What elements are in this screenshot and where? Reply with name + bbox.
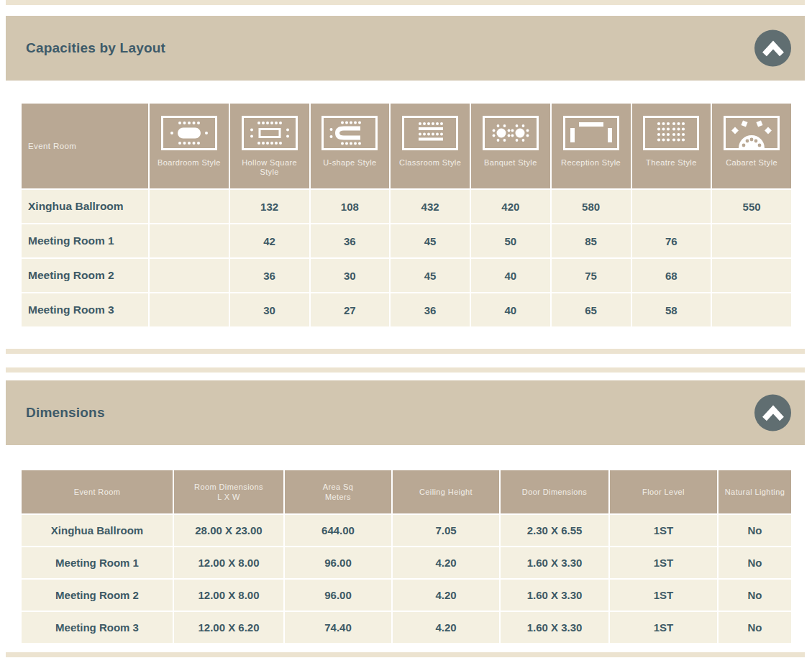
column-header-reception: Reception Style (552, 104, 631, 188)
ceiling-height-cell: 7.05 (393, 515, 499, 546)
room-name-cell: Meeting Room 1 (22, 224, 148, 257)
capacity-cell: 58 (632, 293, 711, 326)
capacity-cell (632, 190, 711, 223)
capacity-cell: 85 (552, 224, 631, 257)
capacity-cell: 45 (391, 224, 470, 257)
column-header-label: Cabaret Style (726, 158, 777, 168)
area-cell: 96.00 (285, 547, 391, 578)
capacity-cell: 550 (712, 190, 791, 223)
capacity-cell: 75 (552, 259, 631, 292)
door-dimensions-cell: 1.60 X 3.30 (501, 612, 608, 643)
column-header-ceiling-height: Ceiling Height (393, 470, 499, 513)
table-row: Xinghua Ballroom 28.00 X 23.00 644.00 7.… (22, 515, 791, 546)
column-header-event-room: Event Room (22, 470, 173, 513)
capacity-cell: 36 (230, 259, 309, 292)
capacities-section: Capacities by Layout Event Room (0, 16, 812, 326)
ceiling-height-cell: 4.20 (393, 547, 499, 578)
capacity-cell: 42 (230, 224, 309, 257)
dimensions-title: Dimensions (26, 405, 105, 421)
capacity-cell (712, 224, 791, 257)
room-name-cell: Meeting Room 2 (22, 259, 148, 292)
table-row: Xinghua Ballroom 132 108 432 420 580 550 (22, 190, 791, 223)
capacity-cell: 68 (632, 259, 711, 292)
column-header-theatre: Theatre Style (632, 104, 711, 188)
column-header-event-room: Event Room (22, 104, 148, 188)
natural-lighting-cell: No (719, 547, 791, 578)
table-row: Meeting Room 2 12.00 X 8.00 96.00 4.20 1… (22, 580, 791, 611)
room-dimensions-cell: 12.00 X 8.00 (174, 547, 283, 578)
area-cell: 644.00 (285, 515, 391, 546)
column-header-u-shape: U-shape Style (311, 104, 390, 188)
capacities-table-header-row: Event Room Boardroom Style (22, 104, 791, 188)
capacity-cell: 432 (391, 190, 470, 223)
column-header-banquet: Banquet Style (471, 104, 550, 188)
column-header-label: Boardroom Style (158, 158, 221, 168)
section-divider (6, 367, 805, 373)
capacity-cell: 76 (632, 224, 711, 257)
column-header-label: Classroom Style (399, 158, 461, 168)
column-header-door-dimensions: Door Dimensions (501, 470, 608, 513)
column-header-boardroom: Boardroom Style (150, 104, 229, 188)
dimensions-scroll-top-button[interactable] (754, 395, 791, 431)
column-header-hollow-square: Hollow Square Style (230, 104, 309, 188)
capacity-cell (150, 190, 229, 223)
capacity-cell: 40 (471, 259, 550, 292)
capacity-cell: 30 (230, 293, 309, 326)
room-name-cell: Meeting Room 2 (22, 580, 173, 611)
natural-lighting-cell: No (719, 612, 791, 643)
capacity-cell (150, 224, 229, 257)
table-row: Meeting Room 3 12.00 X 6.20 74.40 4.20 1… (22, 612, 791, 643)
chevron-up-icon (761, 403, 785, 422)
column-header-natural-lighting: Natural Lighting (719, 470, 791, 513)
table-row: Meeting Room 2 36 30 45 40 75 68 (22, 259, 791, 292)
room-name-cell: Xinghua Ballroom (22, 515, 173, 546)
dimensions-table-header-row: Event Room Room Dimensions L X W Area Sq… (22, 470, 791, 513)
room-dimensions-cell: 12.00 X 6.20 (174, 612, 283, 643)
capacities-title: Capacities by Layout (26, 40, 165, 56)
room-name-cell: Meeting Room 3 (22, 612, 173, 643)
natural-lighting-cell: No (719, 580, 791, 611)
room-name-cell: Meeting Room 3 (22, 293, 148, 326)
capacity-cell: 65 (552, 293, 631, 326)
floor-level-cell: 1ST (610, 580, 717, 611)
capacity-cell (712, 293, 791, 326)
column-header-area-sq-meters: Area Sq Meters (285, 470, 391, 513)
table-row: Meeting Room 1 12.00 X 8.00 96.00 4.20 1… (22, 547, 791, 578)
area-cell: 96.00 (285, 580, 391, 611)
u-shape-style-icon (321, 116, 378, 150)
reception-style-icon (563, 116, 619, 150)
capacity-cell (150, 293, 229, 326)
capacity-cell: 420 (471, 190, 550, 223)
column-header-label: Banquet Style (484, 158, 537, 168)
door-dimensions-cell: 1.60 X 3.30 (501, 580, 608, 611)
classroom-style-icon (402, 116, 458, 150)
capacity-cell: 108 (311, 190, 390, 223)
capacity-cell: 40 (471, 293, 550, 326)
event-room-header-label: Event Room (28, 142, 76, 150)
chevron-up-icon (761, 39, 785, 58)
area-cell: 74.40 (285, 612, 391, 643)
capacity-cell: 45 (391, 259, 470, 292)
capacity-cell: 30 (311, 259, 390, 292)
bottom-divider (6, 652, 805, 657)
capacities-header-band: Capacities by Layout (6, 16, 805, 81)
column-header-cabaret: Cabaret Style (712, 104, 791, 188)
room-dimensions-cell: 12.00 X 8.00 (174, 580, 283, 611)
capacities-scroll-top-button[interactable] (754, 30, 791, 67)
natural-lighting-cell: No (719, 515, 791, 546)
theatre-style-icon (643, 116, 699, 150)
floor-level-cell: 1ST (610, 515, 717, 546)
capacity-cell: 132 (230, 190, 309, 223)
floor-level-cell: 1ST (610, 612, 717, 643)
capacity-cell (712, 259, 791, 292)
capacity-cell: 580 (552, 190, 631, 223)
capacities-table: Event Room Boardroom Style (22, 104, 791, 326)
capacity-cell (150, 259, 229, 292)
banquet-style-icon (483, 116, 539, 150)
capacity-cell: 36 (311, 224, 390, 257)
column-header-label: Reception Style (561, 158, 621, 168)
door-dimensions-cell: 2.30 X 6.55 (501, 515, 608, 546)
dimensions-header-band: Dimensions (6, 380, 805, 445)
dimensions-section: Dimensions Event Room Room Dimensions L … (0, 380, 812, 643)
section-divider (6, 349, 805, 354)
